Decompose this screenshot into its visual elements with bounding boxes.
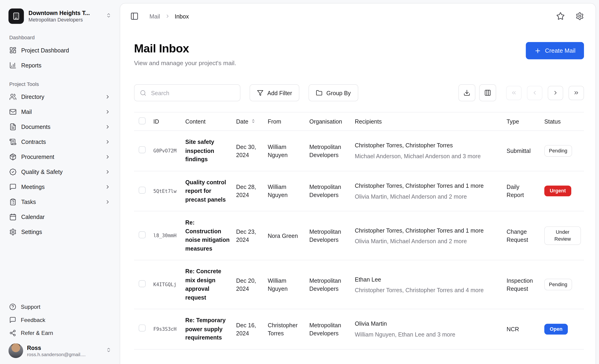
- row-checkbox[interactable]: [139, 147, 146, 153]
- chevrons-up-down-icon: [106, 347, 111, 354]
- sidebar-item-settings[interactable]: Settings: [5, 225, 115, 240]
- sidebar-item-label: Documents: [21, 124, 50, 130]
- user-menu[interactable]: Ross ross.h.sanderson@gmail....: [5, 339, 115, 360]
- download-button[interactable]: [458, 84, 475, 101]
- sidebar-item-mail[interactable]: Mail: [5, 104, 115, 119]
- group-by-button[interactable]: Group By: [309, 84, 358, 101]
- sidebar-item-support[interactable]: Support: [5, 300, 115, 313]
- breadcrumb-mail[interactable]: Mail: [150, 13, 160, 19]
- mail-date: Dec 28, 2024: [233, 171, 264, 211]
- mail-icon: [9, 108, 17, 115]
- org-text: Downtown Heights T... Metropolitan Devel…: [28, 10, 90, 23]
- mail-type: Inspection Request: [503, 260, 541, 309]
- main-panel: Mail Inbox Mail Inbox View and manage yo…: [120, 3, 596, 364]
- mail-organisation: Metropolitan Developers: [306, 309, 352, 349]
- sidebar-item-contracts[interactable]: Contracts: [5, 134, 115, 149]
- org-name: Downtown Heights T...: [28, 10, 90, 16]
- recipients-primary: Christopher Torres, Christopher Torres: [355, 141, 500, 149]
- chevron-right-icon: [105, 139, 110, 145]
- table-row[interactable]: l8_30mmH Re: Construction noise mitigati…: [134, 211, 584, 260]
- table-row[interactable]: F9s3S3cH Re: Temporary power supply requ…: [134, 309, 584, 349]
- mail-content: Re: Temporary power supply requirements: [182, 309, 233, 349]
- table-row[interactable]: K4ITGQLj Re: Concrete mix design approva…: [134, 260, 584, 309]
- chevron-right-icon: [105, 124, 110, 130]
- select-all-checkbox[interactable]: [139, 117, 146, 124]
- org-switcher[interactable]: Downtown Heights T... Metropolitan Devel…: [5, 6, 115, 26]
- mail-from: William Nguyen: [264, 131, 306, 171]
- sidebar-item-calendar[interactable]: Calendar: [5, 209, 115, 225]
- status-badge: Pending: [544, 145, 572, 156]
- sidebar-footer: Support Feedback Refer & Earn Ross ross.…: [5, 300, 115, 360]
- sidebar-item-reports[interactable]: Reports: [5, 58, 115, 73]
- chevron-right-icon: [105, 169, 110, 175]
- row-checkbox[interactable]: [139, 325, 146, 332]
- sidebar-item-label: Support: [21, 304, 40, 310]
- next-page-button[interactable]: [548, 86, 563, 100]
- favorite-star-button[interactable]: [556, 12, 565, 21]
- table-row[interactable]: 5QtEt7lw Quality control report for prec…: [134, 171, 584, 211]
- previous-page-button[interactable]: [527, 86, 542, 100]
- sidebar-item-documents[interactable]: Documents: [5, 119, 115, 134]
- mail-recipients: Ethan Lee Christopher Torres, Christophe…: [352, 260, 503, 309]
- column-header-from: From: [264, 112, 306, 131]
- mail-content: Site safety inspection findings: [182, 131, 233, 171]
- chevron-right-icon: [105, 94, 110, 100]
- mail-type: Daily Report: [503, 171, 541, 211]
- sidebar-item-label: Directory: [21, 94, 44, 100]
- badge-check-icon: [9, 168, 17, 175]
- mail-date: Dec 20, 2024: [233, 260, 264, 309]
- mail-from: William Nguyen: [264, 260, 306, 309]
- sidebar-item-label: Refer & Earn: [21, 330, 53, 336]
- feedback-bubble-icon: [9, 316, 16, 323]
- columns-button[interactable]: [479, 84, 496, 101]
- chevron-right-icon: [105, 199, 110, 205]
- contract-scroll-icon: [9, 138, 17, 146]
- document-icon: [9, 123, 17, 130]
- sidebar-item-feedback[interactable]: Feedback: [5, 313, 115, 327]
- add-filter-button[interactable]: Add Filter: [250, 84, 299, 101]
- calendar-icon: [9, 213, 17, 221]
- mail-content: Re: Construction noise mitigation measur…: [182, 211, 233, 260]
- column-header-date[interactable]: Date: [233, 112, 264, 131]
- sidebar-item-procurement[interactable]: Procurement: [5, 149, 115, 165]
- mail-id: K4ITGQLj: [150, 260, 182, 309]
- column-header-recipients: Recipients: [352, 112, 503, 131]
- row-checkbox[interactable]: [139, 187, 146, 194]
- mail-type: NCR: [503, 309, 541, 349]
- recipients-secondary: Christopher Torres, Christopher Torres a…: [355, 286, 500, 294]
- filter-funnel-icon: [257, 90, 264, 96]
- row-checkbox[interactable]: [139, 280, 146, 287]
- first-page-button[interactable]: [506, 86, 522, 100]
- bar-chart-icon: [9, 62, 17, 69]
- column-header-organisation: Organisation: [306, 112, 352, 131]
- sidebar-item-quality-safety[interactable]: Quality & Safety: [5, 165, 115, 180]
- create-mail-button[interactable]: Create Mail: [526, 42, 584, 59]
- section-label-dashboard: Dashboard: [9, 35, 110, 40]
- sidebar-item-directory[interactable]: Directory: [5, 89, 115, 104]
- chevron-right-icon: [165, 13, 170, 19]
- recipients-primary: Olivia Martin: [355, 320, 500, 328]
- search-input[interactable]: [150, 89, 235, 96]
- sidebar-item-label: Meetings: [21, 184, 44, 190]
- sidebar-item-meetings[interactable]: Meetings: [5, 180, 115, 194]
- recipients-secondary: Olivia Martin, Michael Anderson and 2 mo…: [355, 192, 500, 200]
- mail-organisation: Metropolitan Developers: [306, 171, 352, 211]
- group-by-label: Group By: [326, 90, 351, 96]
- mail-content: Re: Concrete mix design approval request: [182, 260, 233, 309]
- last-page-button[interactable]: [569, 86, 584, 100]
- sidebar-item-tasks[interactable]: Tasks: [5, 194, 115, 209]
- sidebar-item-project-dashboard[interactable]: Project Dashboard: [5, 43, 115, 58]
- date-header-label: Date: [236, 118, 248, 125]
- sidebar-toggle-button[interactable]: [130, 12, 139, 21]
- page-settings-gear-button[interactable]: [575, 12, 584, 21]
- mail-organisation: Metropolitan Developers: [306, 211, 352, 260]
- mail-id: 5QtEt7lw: [150, 171, 182, 211]
- row-checkbox[interactable]: [139, 231, 146, 238]
- sidebar-item-label: Reports: [21, 62, 42, 68]
- status-badge: Pending: [544, 279, 572, 290]
- mail-date: Dec 23, 2024: [233, 211, 264, 260]
- sidebar-item-refer-earn[interactable]: Refer & Earn: [5, 327, 115, 340]
- sidebar-item-label: Contracts: [21, 139, 46, 145]
- mail-date: Dec 30, 2024: [233, 131, 264, 171]
- table-row[interactable]: G0PvO72M Site safety inspection findings…: [134, 131, 584, 171]
